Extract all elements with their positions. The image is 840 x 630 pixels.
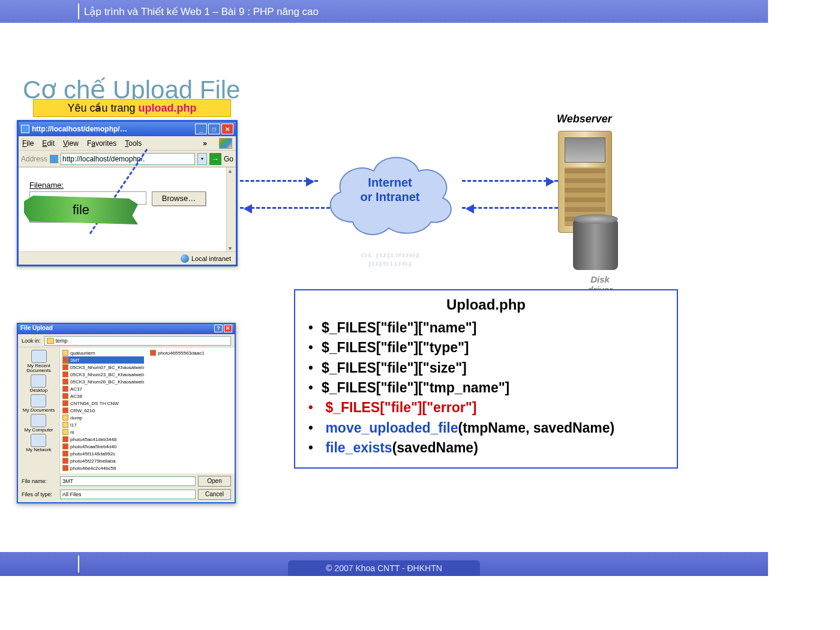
place-item[interactable]: My Network (26, 434, 51, 452)
place-icon (31, 350, 47, 363)
callout-file: upload.php (139, 102, 197, 114)
menu-view[interactable]: View (63, 139, 79, 148)
dialog-close-button[interactable]: ✕ (224, 325, 232, 332)
address-input[interactable] (61, 153, 195, 165)
arrow-cloud-to-browser (240, 207, 330, 209)
file-item[interactable]: 3MT (62, 356, 144, 364)
file-icon (62, 422, 68, 428)
browser-window: http://localhost/demophp/… _ □ ✕ File Ed… (17, 120, 238, 266)
file-icon (150, 350, 156, 356)
file-item[interactable]: AC37 (62, 385, 144, 392)
file-item[interactable]: AC38 (62, 392, 144, 400)
dialog-help-button[interactable]: ? (214, 325, 223, 332)
file-item[interactable]: photo45f1148da992c (62, 450, 144, 457)
place-item[interactable]: My Computer (24, 414, 53, 433)
file-icon (62, 465, 68, 471)
filetype-field-label: Files of type: (22, 491, 58, 497)
file-item[interactable]: photo46e4c2c44bc58 (62, 464, 144, 472)
menu-file[interactable]: File (22, 139, 34, 148)
code-item: $_FILES["file"]["tmp_name"] (305, 378, 667, 398)
file-icon (62, 451, 68, 457)
code-item: $_FILES["file"]["size"] (305, 358, 667, 378)
file-icon (62, 350, 68, 356)
file-item[interactable]: photo46555563daac1 (150, 349, 204, 356)
file-list[interactable]: qualuuniem3MT05CK3_Nhom07_BC_Khaosatweb0… (60, 347, 235, 473)
file-item[interactable]: nl (62, 428, 144, 436)
upload-php-box: Upload.php $_FILES["file"]["name"] $_FIL… (294, 289, 678, 469)
file-upload-dialog: File Upload ?✕ Look in: temp My Recent D… (17, 323, 236, 503)
dialog-toolbar: Look in: temp (18, 334, 235, 347)
go-button[interactable]: → (209, 153, 221, 165)
dialog-title: File Upload (20, 325, 53, 334)
filename-label: Filename: (29, 181, 64, 190)
zone-icon (181, 254, 189, 263)
lookin-label: Look in: (22, 338, 41, 344)
open-button[interactable]: Open (198, 476, 231, 487)
page-scrollbar[interactable] (226, 167, 236, 251)
cancel-button[interactable]: Cancel (198, 489, 231, 500)
places-bar: My Recent DocumentsDesktopMy DocumentsMy… (18, 347, 60, 473)
slide-header: Lập trình và Thiết kế Web 1 – Bài 9 : PH… (0, 0, 768, 23)
filetype-input[interactable] (60, 490, 196, 499)
place-item[interactable]: Desktop (30, 374, 47, 393)
file-icon (62, 386, 68, 392)
browser-statusbar: Local intranet (19, 251, 236, 265)
file-icon (62, 458, 68, 464)
place-item[interactable]: My Documents (23, 394, 55, 413)
go-label: Go (224, 155, 233, 163)
page-icon (50, 155, 58, 163)
close-button[interactable]: ✕ (221, 124, 233, 134)
code-func-move: move_uploaded_file(tmpName, savedName) (305, 418, 667, 438)
file-item[interactable]: 05CK3_Nhom07_BC_Khaosatweb (62, 364, 144, 371)
file-icon (62, 393, 68, 399)
disk-icon (573, 219, 618, 270)
file-item[interactable]: l17 (62, 421, 144, 428)
cloud-label: Internetor Intranet (336, 175, 444, 204)
code-item: $_FILES["file"]["type"] (305, 338, 667, 358)
ie-icon (21, 125, 29, 133)
minimize-button[interactable]: _ (195, 124, 207, 134)
place-item[interactable]: My Recent Documents (18, 350, 59, 373)
dialog-titlebar: File Upload ?✕ (18, 324, 235, 334)
code-item: $_FILES["file"]["name"] (305, 318, 667, 338)
file-item[interactable]: 05CK3_Nhom23_BC_Khaosatweb (62, 371, 144, 378)
file-icon (62, 364, 68, 370)
browser-menubar: File Edit View Favorites Tools » (19, 136, 236, 151)
file-icon (62, 379, 68, 385)
zone-label: Local intranet (191, 255, 231, 262)
file-item[interactable]: photo45f2279be8aba (62, 457, 144, 464)
filename-input[interactable] (60, 476, 196, 486)
file-item[interactable]: CRW_6210 (62, 407, 144, 414)
file-icon (62, 443, 68, 449)
browser-titlebar: http://localhost/demophp/… _ □ ✕ (19, 122, 236, 136)
maximize-button[interactable]: □ (208, 124, 220, 134)
arrow-server-to-cloud (462, 207, 558, 209)
menu-overflow-icon[interactable]: » (203, 139, 207, 148)
menu-favorites[interactable]: Favorites (87, 139, 116, 148)
copyright: © 2007 Khoa CNTT - ĐHKHTN (288, 560, 480, 576)
file-item[interactable]: CNTN04_DS TH CNW (62, 400, 144, 407)
code-func-exists: file_exists(savedName) (305, 438, 667, 458)
file-item[interactable]: photo45caa5beb4d40 (62, 443, 144, 450)
lookin-field[interactable]: temp (44, 336, 231, 346)
address-dropdown-icon[interactable]: ▾ (197, 153, 207, 165)
header-title: Lập trình và Thiết kế Web 1 – Bài 9 : PH… (84, 5, 319, 18)
file-item[interactable]: qualuuniem (62, 349, 144, 356)
address-label: Address (21, 155, 47, 163)
address-bar: Address ▾ → Go (19, 151, 236, 167)
arrow-cloud-to-server (462, 180, 558, 182)
browse-button[interactable]: Browse… (152, 191, 206, 206)
file-item[interactable]: 05CK3_Nhom26_BC_Khaosatweb (62, 378, 144, 385)
windows-logo-icon (219, 138, 232, 149)
file-item[interactable]: photo45ac41deb3448 (62, 436, 144, 443)
place-icon (31, 434, 46, 447)
file-item[interactable]: dump (62, 414, 144, 421)
code-list: $_FILES["file"]["name"] $_FILES["file"][… (305, 318, 667, 458)
file-icon (62, 436, 68, 442)
place-icon (31, 374, 46, 388)
file-banner: file (24, 196, 138, 224)
menu-tools[interactable]: Tools (125, 139, 142, 148)
cloud-reflection: Internetor Intranet (327, 251, 453, 268)
menu-edit[interactable]: Edit (42, 139, 55, 148)
request-callout: Yêu cầu trang upload.php (33, 99, 231, 117)
